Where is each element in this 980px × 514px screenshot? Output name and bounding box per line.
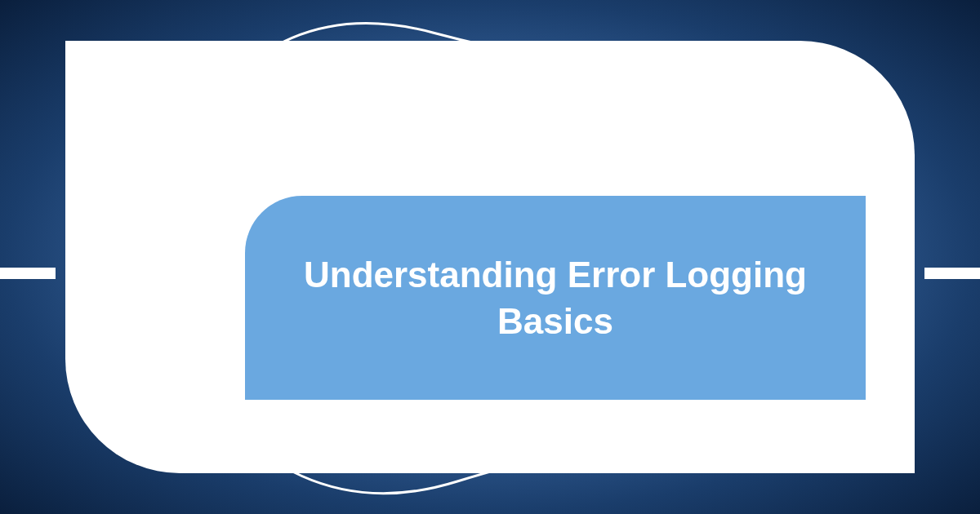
accent-line-right — [924, 268, 980, 279]
inner-card: Understanding Error Logging Basics — [245, 196, 866, 400]
page-title: Understanding Error Logging Basics — [294, 251, 817, 344]
wave-decoration-bottom — [229, 392, 719, 514]
accent-line-left — [0, 268, 56, 279]
